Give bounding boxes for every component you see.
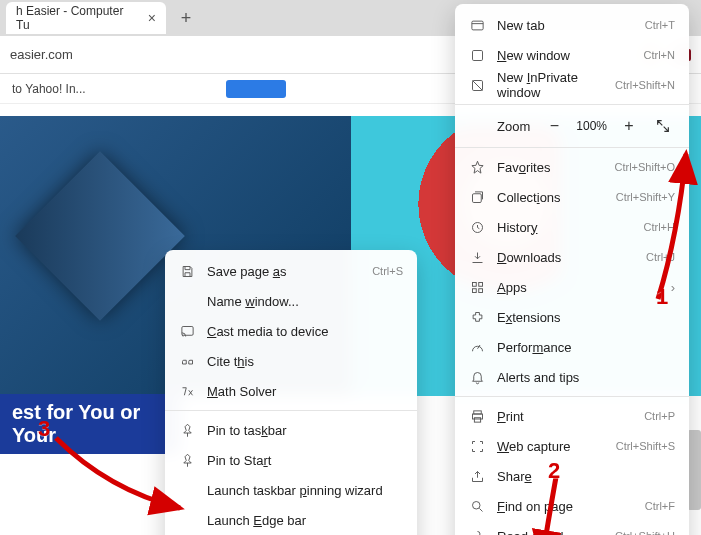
shortcut: Ctrl+T xyxy=(645,19,675,31)
shortcut: Ctrl+H xyxy=(644,221,675,233)
menu-label: Web capture xyxy=(497,439,604,454)
submenu-cite[interactable]: Cite this xyxy=(165,346,417,376)
svg-rect-6 xyxy=(478,282,482,286)
shortcut: Ctrl+Shift+Y xyxy=(616,191,675,203)
svg-rect-5 xyxy=(472,282,476,286)
svg-rect-8 xyxy=(478,288,482,292)
main-menu: New tab Ctrl+T New window Ctrl+N New InP… xyxy=(455,4,689,535)
menu-web-capture[interactable]: Web capture Ctrl+Shift+S xyxy=(455,431,689,461)
shortcut: Ctrl+Shift+S xyxy=(616,440,675,452)
shortcut: Ctrl+Shift+U xyxy=(615,530,675,535)
menu-alerts[interactable]: Alerts and tips xyxy=(455,362,689,392)
shortcut: Ctrl+F xyxy=(645,500,675,512)
fullscreen-button[interactable] xyxy=(651,114,675,138)
menu-history[interactable]: History Ctrl+H xyxy=(455,212,689,242)
menu-label: New InPrivate window xyxy=(497,70,603,100)
menu-label: Pin to taskbar xyxy=(207,423,403,438)
page-button[interactable] xyxy=(226,80,286,98)
menu-label: Alerts and tips xyxy=(497,370,675,385)
shortcut: Ctrl+P xyxy=(644,410,675,422)
history-icon xyxy=(469,220,485,235)
menu-performance[interactable]: Performance xyxy=(455,332,689,362)
menu-label: Collections xyxy=(497,190,604,205)
shortcut: Ctrl+S xyxy=(372,265,403,277)
scrollbar-thumb[interactable] xyxy=(687,430,701,510)
menu-label: Cast media to device xyxy=(207,324,403,339)
zoom-label: Zoom xyxy=(469,119,532,134)
window-icon xyxy=(469,48,485,63)
menu-label: Name window... xyxy=(207,294,403,309)
svg-rect-3 xyxy=(472,193,481,202)
menu-label: Pin to Start xyxy=(207,453,403,468)
bookmark-item[interactable]: to Yahoo! In... xyxy=(12,82,86,96)
menu-label: Launch Edge bar xyxy=(207,513,403,528)
submenu-cast[interactable]: Cast media to device xyxy=(165,316,417,346)
menu-label: Performance xyxy=(497,340,675,355)
browser-tab[interactable]: h Easier - Computer Tu × xyxy=(6,2,166,34)
page-banner: est for You or Your xyxy=(0,394,180,454)
menu-label: Share xyxy=(497,469,675,484)
menu-label: Favorites xyxy=(497,160,602,175)
print-icon xyxy=(469,409,485,424)
extensions-icon xyxy=(469,310,485,325)
save-icon xyxy=(179,264,195,279)
menu-downloads[interactable]: Downloads Ctrl+J xyxy=(455,242,689,272)
zoom-row: Zoom − 100% + xyxy=(455,109,689,143)
menu-apps[interactable]: Apps › xyxy=(455,272,689,302)
submenu-pin-taskbar[interactable]: Pin to taskbar xyxy=(165,415,417,445)
pin-icon xyxy=(179,423,195,438)
menu-label: Launch taskbar pinning wizard xyxy=(207,483,403,498)
submenu-save-page[interactable]: Save page as Ctrl+S xyxy=(165,256,417,286)
apps-icon xyxy=(469,280,485,295)
zoom-out-button[interactable]: − xyxy=(542,114,566,138)
menu-find[interactable]: Find on page Ctrl+F xyxy=(455,491,689,521)
submenu-name-window[interactable]: Name window... xyxy=(165,286,417,316)
bell-icon xyxy=(469,370,485,385)
menu-read-aloud[interactable]: Read aloud Ctrl+Shift+U xyxy=(455,521,689,535)
menu-label: New window xyxy=(497,48,632,63)
shortcut: Ctrl+Shift+N xyxy=(615,79,675,91)
menu-favorites[interactable]: Favorites Ctrl+Shift+O xyxy=(455,152,689,182)
submenu-math[interactable]: Math Solver xyxy=(165,376,417,406)
menu-print[interactable]: Print Ctrl+P xyxy=(455,401,689,431)
menu-extensions[interactable]: Extensions xyxy=(455,302,689,332)
menu-label: Cite this xyxy=(207,354,403,369)
math-icon xyxy=(179,384,195,399)
menu-share[interactable]: Share xyxy=(455,461,689,491)
tab-title: h Easier - Computer Tu xyxy=(16,4,140,32)
star-icon xyxy=(469,160,485,175)
menu-label: Find on page xyxy=(497,499,633,514)
menu-label: Apps xyxy=(497,280,659,295)
menu-label: Extensions xyxy=(497,310,675,325)
submenu-pin-start[interactable]: Pin to Start xyxy=(165,445,417,475)
svg-rect-7 xyxy=(472,288,476,292)
new-tab-button[interactable]: + xyxy=(172,4,200,32)
submenu-launch-edgebar[interactable]: Launch Edge bar xyxy=(165,505,417,535)
svg-rect-1 xyxy=(472,50,482,60)
performance-icon xyxy=(469,340,485,355)
menu-collections[interactable]: Collections Ctrl+Shift+Y xyxy=(455,182,689,212)
capture-icon xyxy=(469,439,485,454)
menu-inprivate[interactable]: New InPrivate window Ctrl+Shift+N xyxy=(455,70,689,100)
chevron-right-icon: › xyxy=(671,280,675,295)
more-tools-submenu: Save page as Ctrl+S Name window... Cast … xyxy=(165,250,417,535)
menu-new-window[interactable]: New window Ctrl+N xyxy=(455,40,689,70)
share-icon xyxy=(469,469,485,484)
menu-new-tab[interactable]: New tab Ctrl+T xyxy=(455,10,689,40)
menu-label: Read aloud xyxy=(497,529,603,536)
menu-label: History xyxy=(497,220,632,235)
menu-label: New tab xyxy=(497,18,633,33)
shortcut: Ctrl+J xyxy=(646,251,675,263)
svg-rect-0 xyxy=(471,21,482,30)
download-icon xyxy=(469,250,485,265)
svg-point-12 xyxy=(472,501,480,509)
menu-label: Save page as xyxy=(207,264,360,279)
inprivate-icon xyxy=(469,78,485,93)
close-tab-icon[interactable]: × xyxy=(148,10,156,26)
menu-label: Math Solver xyxy=(207,384,403,399)
zoom-value: 100% xyxy=(576,119,607,133)
read-aloud-icon xyxy=(469,529,485,536)
submenu-launch-wizard[interactable]: Launch taskbar pinning wizard xyxy=(165,475,417,505)
zoom-in-button[interactable]: + xyxy=(617,114,641,138)
svg-rect-15 xyxy=(181,326,192,335)
